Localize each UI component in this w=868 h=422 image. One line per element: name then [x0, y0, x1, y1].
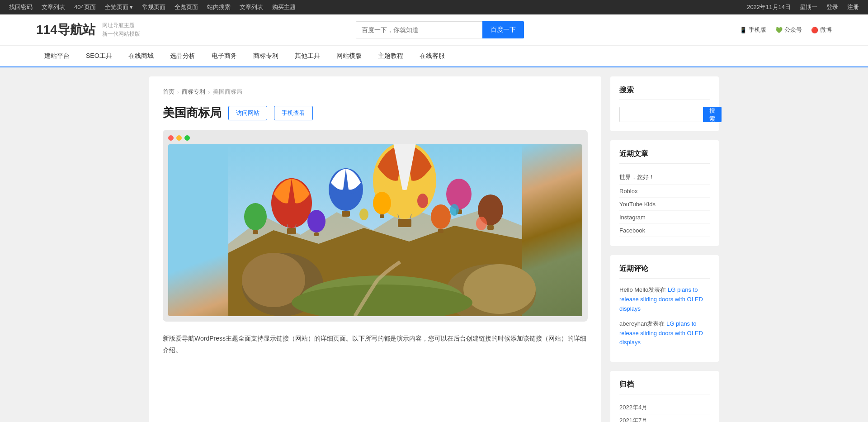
weibo-icon [811, 27, 818, 33]
sidebar: 搜索 搜索 近期文章 世界，您好！ Roblox YouTube Kids In… [610, 76, 719, 422]
nav-jianzhan[interactable]: 建站平台 [36, 46, 78, 66]
sidebar-search-button[interactable]: 搜索 [703, 107, 722, 122]
comment-item: Hello Mello发表在 LG plans to release slidi… [619, 285, 710, 313]
svg-rect-28 [380, 214, 384, 218]
logo-subtitle: 网址导航主题 新一代网站模版 [102, 21, 140, 38]
archive-link[interactable]: 2022年4月 [619, 404, 647, 411]
login-link[interactable]: 登录 [826, 3, 838, 11]
header-search-input[interactable] [356, 21, 482, 38]
visit-website-button[interactable]: 访问网站 [228, 106, 267, 120]
post-body-text: 新版爱导航WordPress主题全面支持显示链接（网站）的详细页面。以下所写的都… [163, 333, 588, 356]
svg-point-29 [307, 210, 326, 232]
svg-rect-26 [487, 225, 494, 230]
nav-shangbiao[interactable]: 商标专利 [245, 46, 287, 66]
weibo-link[interactable]: 微博 [811, 26, 832, 34]
topbar-link-password[interactable]: 找回密码 [9, 3, 33, 11]
breadcrumb-category[interactable]: 商标专利 [182, 88, 205, 96]
breadcrumb-sep2: › [208, 89, 210, 95]
nav-seo[interactable]: SEO工具 [78, 46, 120, 66]
date-display: 2022年11月14日 [747, 3, 791, 11]
post-title-area: 美国商标局 访问网站 手机查看 [163, 105, 588, 121]
recent-article-link[interactable]: Roblox [619, 188, 637, 194]
mobile-view-button[interactable]: 手机查看 [274, 106, 313, 120]
recent-article-link[interactable]: Instagram [619, 214, 646, 221]
logo-area: 114导航站 网址导航主题 新一代网站模版 [36, 21, 140, 38]
window-dots [168, 135, 582, 141]
top-bar: 找回密码 文章列表 404页面 全览页面 ▾ 常规页面 全览页面 站内搜索 文章… [0, 0, 868, 14]
sidebar-recent-card: 近期文章 世界，您好！ Roblox YouTube Kids Instagra… [610, 140, 719, 246]
svg-point-33 [359, 209, 368, 220]
svg-rect-18 [342, 211, 350, 217]
nav-jiaocheng[interactable]: 主题教程 [370, 46, 411, 66]
nav-dianshang[interactable]: 电子商务 [203, 46, 245, 66]
nav-shangcheng[interactable]: 在线商城 [120, 46, 162, 66]
sidebar-comments-title: 近期评论 [619, 264, 710, 279]
balloon-scene-svg [168, 144, 582, 316]
list-item: Facebook [619, 224, 710, 237]
comment-item: abereyhan发表在 LG plans to release sliding… [619, 319, 710, 347]
breadcrumb-sep1: › [177, 89, 179, 95]
nav-xuanpin[interactable]: 选品分析 [162, 46, 203, 66]
top-bar-left: 找回密码 文章列表 404页面 全览页面 ▾ 常规页面 全览页面 站内搜索 文章… [9, 3, 296, 11]
recent-article-link[interactable]: 世界，您好！ [619, 174, 655, 180]
logo-subtitle-line1: 网址导航主题 [102, 21, 140, 30]
list-item: Instagram [619, 211, 710, 224]
topbar-link-article-list[interactable]: 文章列表 [240, 3, 263, 11]
comment-author1: Hello Mello发表在 [619, 286, 666, 293]
svg-point-19 [446, 179, 472, 209]
sidebar-search-card: 搜索 搜索 [610, 76, 719, 131]
list-item: Roblox [619, 185, 710, 198]
list-item: 2022年4月 [619, 401, 710, 414]
top-bar-right: 2022年11月14日 星期一 登录 注册 [747, 3, 859, 11]
header-right: 手机版 公众号 微博 [740, 26, 832, 34]
svg-point-21 [244, 203, 267, 230]
recent-articles-list: 世界，您好！ Roblox YouTube Kids Instagram Fac… [619, 171, 710, 237]
weibo-label: 微博 [820, 26, 832, 34]
nav-kefu[interactable]: 在线客服 [411, 46, 453, 66]
topbar-link-fullpage2[interactable]: 全览页面 [175, 3, 198, 11]
sidebar-archive-card: 归档 2022年4月 2021年7月 2020年4月 [610, 371, 719, 422]
svg-point-31 [417, 194, 428, 208]
sidebar-search-input[interactable] [619, 107, 703, 122]
topbar-link-normal[interactable]: 常规页面 [142, 3, 165, 11]
comment-author2: abereyhan发表在 [619, 320, 665, 327]
svg-rect-10 [398, 219, 411, 227]
breadcrumb-current: 美国商标局 [213, 88, 242, 96]
wechat-link[interactable]: 公众号 [775, 26, 802, 34]
topbar-link-404[interactable]: 404页面 [74, 3, 96, 11]
dot-yellow [176, 135, 182, 141]
svg-point-6 [463, 264, 536, 314]
archive-list: 2022年4月 2021年7月 2020年4月 [619, 401, 710, 422]
archive-link[interactable]: 2021年7月 [619, 417, 647, 422]
sidebar-comments-card: 近期评论 Hello Mello发表在 LG plans to release … [610, 255, 719, 362]
mobile-label: 手机版 [749, 26, 766, 34]
topbar-link-buy-theme[interactable]: 购买主题 [272, 3, 296, 11]
topbar-link-articles[interactable]: 文章列表 [42, 3, 65, 11]
svg-rect-14 [287, 228, 296, 234]
screenshot-container [163, 130, 588, 322]
wechat-icon [775, 27, 783, 33]
svg-rect-24 [438, 229, 443, 233]
nav-qita[interactable]: 其他工具 [287, 46, 328, 66]
recent-article-link[interactable]: Facebook [619, 227, 645, 234]
recent-article-link[interactable]: YouTube Kids [619, 201, 656, 208]
phone-icon [740, 27, 747, 33]
wechat-label: 公众号 [784, 26, 802, 34]
svg-rect-30 [314, 232, 319, 236]
breadcrumb: 首页 › 商标专利 › 美国商标局 [163, 88, 588, 96]
mobile-link[interactable]: 手机版 [740, 26, 766, 34]
weekday-display: 星期一 [800, 3, 817, 11]
topbar-link-search[interactable]: 站内搜索 [207, 3, 231, 11]
nav-moban[interactable]: 网站模版 [328, 46, 370, 66]
svg-rect-22 [253, 230, 258, 234]
dot-red [168, 135, 174, 141]
topbar-link-fullpage1[interactable]: 全览页面 ▾ [105, 3, 133, 11]
breadcrumb-home[interactable]: 首页 [163, 88, 175, 96]
logo-text: 114导航站 [36, 21, 95, 38]
register-link[interactable]: 注册 [847, 3, 859, 11]
header: 114导航站 网址导航主题 新一代网站模版 百度一下 手机版 公众号 微博 [0, 14, 868, 46]
sidebar-search-form: 搜索 [619, 107, 710, 122]
svg-point-23 [431, 204, 451, 229]
header-search-button[interactable]: 百度一下 [482, 21, 524, 38]
page-wrapper: 首页 › 商标专利 › 美国商标局 美国商标局 访问网站 手机查看 [140, 67, 728, 422]
